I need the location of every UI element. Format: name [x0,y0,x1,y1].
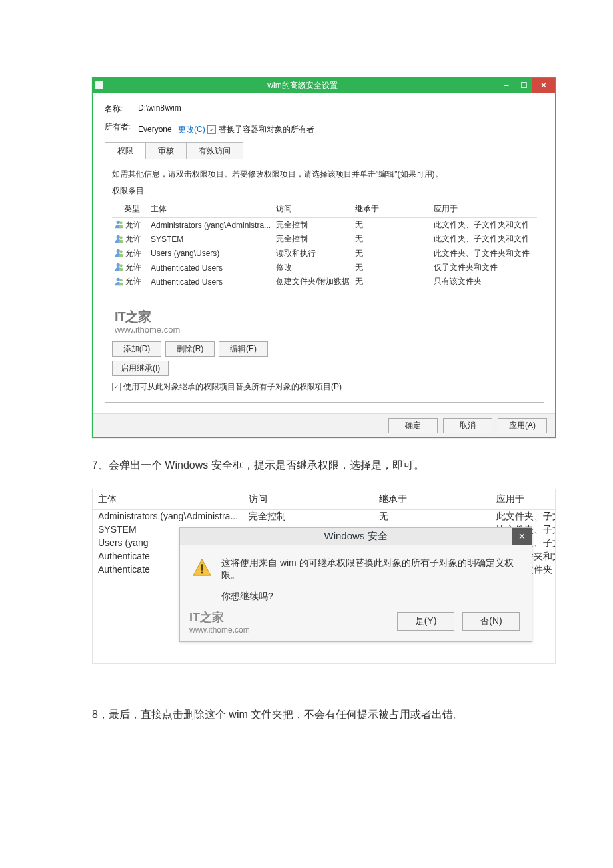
svg-point-0 [117,221,120,224]
tab-bar: 权限 审核 有效访问 [105,142,544,159]
svg-rect-11 [201,564,203,570]
advanced-security-window: wim的高级安全设置 – ☐ ✕ 名称: D:\win8\wim 所有者: Ev… [92,77,556,438]
entries-label: 权限条目: [112,185,537,197]
change-owner-link[interactable]: 更改(C) [178,125,205,134]
tab-permissions[interactable]: 权限 [105,142,146,159]
svg-point-3 [120,236,123,239]
popup-watermark: IT之家 www.ithome.com [189,609,250,635]
table-row[interactable]: 允许Administrators (yang\Administra...完全控制… [112,218,537,233]
popup-watermark-url: www.ithome.com [189,625,250,635]
replace-children-checkbox[interactable]: ✓ [112,383,121,391]
remove-button[interactable]: 删除(R) [165,341,215,357]
replace-owner-checkbox[interactable]: ✓ [207,125,216,134]
table-row[interactable]: 允许Authenticated Users创建文件夹/附加数据无只有该文件夹 [112,275,537,289]
separator [92,687,556,687]
yes-button[interactable]: 是(Y) [397,612,454,631]
replace-owner-label: 替换子容器和对象的所有者 [219,124,314,135]
name-label: 名称: [105,103,138,115]
col-inherit[interactable]: 继承于 [352,201,431,218]
tab-audit[interactable]: 审核 [145,142,187,159]
popup-watermark-logo: IT之家 [189,609,250,625]
apply-button[interactable]: 应用(A) [498,418,547,433]
window-title: wim的高级安全设置 [107,80,498,91]
bg-col-subject: 主体 [93,493,243,505]
add-button[interactable]: 添加(D) [112,341,161,357]
owner-value: Everyone 更改(C) ✓ 替换子容器和对象的所有者 [138,121,544,135]
table-row[interactable]: 允许SYSTEM完全控制无此文件夹、子文件夹和文件 [112,232,537,246]
popup-message-2: 你想继续吗? [221,591,520,603]
tab-effective[interactable]: 有效访问 [186,142,243,159]
warning-icon [192,557,212,603]
principal-icon [115,219,124,231]
minimize-button[interactable]: – [498,78,515,93]
step-7-text: 7、会弹出一个 Windows 安全框，提示是否继承权限，选择是，即可。 [92,455,556,475]
svg-point-2 [117,235,120,238]
bg-table-header: 主体 访问 继承于 应用于 [93,489,555,510]
popup-title-text: Windows 安全 [324,530,387,541]
security-prompt-screenshot: 主体 访问 继承于 应用于 Administrators (yang\Admin… [92,489,556,664]
table-row[interactable]: 允许Authenticated Users修改无仅子文件夹和文件 [112,261,537,275]
maximize-button[interactable]: ☐ [515,78,532,93]
popup-close-button[interactable]: ✕ [512,528,532,545]
bg-col-inherit: 继承于 [374,493,491,505]
svg-point-5 [120,250,123,253]
bg-col-apply: 应用于 [491,493,555,505]
close-button[interactable]: ✕ [532,78,555,93]
principal-icon [115,262,124,273]
svg-point-7 [120,264,123,267]
svg-point-8 [117,277,120,281]
dialog-button-bar: 确定 取消 应用(A) [93,413,555,437]
permissions-table: 类型 主体 访问 继承于 应用于 允许Administrators (yang\… [112,201,537,289]
windows-security-popup: Windows 安全 ✕ 这将使用来自 wim 的可继承权限替换此对象的所有子对… [179,527,532,642]
bg-table-rows: Administrators (yang\Administra...完全控制无此… [93,510,555,663]
titlebar: wim的高级安全设置 – ☐ ✕ [93,78,555,93]
name-value: D:\win8\wim [138,103,544,113]
owner-label: 所有者: [105,121,138,133]
watermark: IT之家 www.ithome.com [115,308,537,335]
enable-inherit-button[interactable]: 启用继承(I) [112,361,169,376]
replace-children-label: 使用可从此对象继承的权限项目替换所有子对象的权限项目(P) [123,381,342,393]
ok-button[interactable]: 确定 [388,418,438,433]
popup-message-1: 这将使用来自 wim 的可继承权限替换此对象的所有子对象的明确定义权限。 [221,557,520,581]
no-button[interactable]: 否(N) [462,612,520,631]
watermark-url: www.ithome.com [115,325,537,335]
watermark-logo: IT之家 [115,308,537,326]
edit-button[interactable]: 编辑(E) [219,341,268,357]
app-icon [95,81,103,89]
table-row: Administrators (yang\Administra...完全控制无此… [93,510,555,523]
cancel-button[interactable]: 取消 [443,418,492,433]
svg-rect-12 [201,572,203,574]
principal-icon [115,248,124,259]
svg-point-9 [120,279,123,281]
step-8-text: 8，最后，直接点击删除这个 wim 文件夹把，不会有任何提示被占用或者出错。 [92,705,556,725]
popup-titlebar: Windows 安全 ✕ [180,528,532,545]
hint-text: 如需其他信息，请双击权限项目。若要修改权限项目，请选择该项目并单击"编辑"(如果… [112,169,537,180]
svg-point-1 [120,221,123,224]
col-type[interactable]: 类型 [112,201,148,218]
svg-point-4 [117,249,120,253]
owner-text: Everyone [138,125,172,134]
col-access[interactable]: 访问 [273,201,352,218]
bg-col-access: 访问 [243,493,374,505]
col-subject[interactable]: 主体 [148,201,273,218]
svg-point-6 [117,263,120,267]
col-apply[interactable]: 应用于 [431,201,537,218]
table-row[interactable]: 允许Users (yang\Users)读取和执行无此文件夹、子文件夹和文件 [112,247,537,261]
principal-icon [115,277,124,288]
principal-icon [115,234,124,245]
permissions-panel: 如需其他信息，请双击权限项目。若要修改权限项目，请选择该项目并单击"编辑"(如果… [105,159,544,403]
